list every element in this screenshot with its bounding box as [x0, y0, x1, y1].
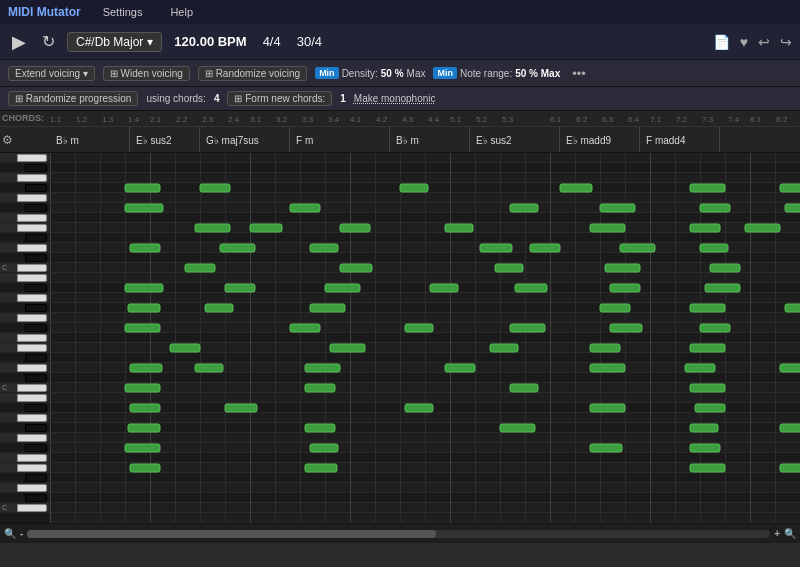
- piano-key-5[interactable]: [0, 203, 49, 213]
- piano-key-26[interactable]: [0, 413, 49, 423]
- scroll-track[interactable]: [27, 530, 770, 538]
- using-chords-value[interactable]: 4: [214, 93, 220, 104]
- note-range-control: Min Note range: 50 % Max: [433, 67, 560, 79]
- density-min-tag: Min: [315, 67, 339, 79]
- piano-key-14[interactable]: [0, 293, 49, 303]
- piano-key-8[interactable]: [0, 233, 49, 243]
- chord-region-2: G♭ maj7sus: [200, 127, 290, 153]
- piano-key-17[interactable]: [0, 323, 49, 333]
- widen-voicing-btn[interactable]: ⊞ Widen voicing: [103, 66, 190, 81]
- piano-key-30[interactable]: [0, 453, 49, 463]
- piano-key-25[interactable]: [0, 403, 49, 413]
- loop-button[interactable]: ↻: [38, 32, 59, 51]
- piano-key-20[interactable]: [0, 353, 49, 363]
- using-chords-label: using chords:: [146, 93, 205, 104]
- play-button[interactable]: ▶: [8, 31, 30, 53]
- piano-key-13[interactable]: [0, 283, 49, 293]
- chord-region-6: E♭ madd9: [560, 127, 640, 153]
- make-mono-label[interactable]: Make monophonic: [354, 93, 436, 104]
- piano-key-11[interactable]: C: [0, 263, 49, 273]
- menu-help[interactable]: Help: [164, 4, 199, 20]
- piano-key-4[interactable]: [0, 193, 49, 203]
- piano-key-33[interactable]: [0, 483, 49, 493]
- options-bar-2: ⊞ Randomize progression using chords: 4 …: [0, 87, 800, 111]
- undo-icon[interactable]: ↩: [758, 34, 770, 50]
- piano-key-24[interactable]: [0, 393, 49, 403]
- redo-icon[interactable]: ↪: [780, 34, 792, 50]
- app-name: MIDI Mutator: [8, 5, 81, 19]
- chord-strip: CHORDS: 1.1 1.2 1.3 1.4 2.1 2.2 2.3 2.4 …: [0, 111, 800, 153]
- chord-region-3: F m: [290, 127, 390, 153]
- zoom-in-plus[interactable]: +: [774, 528, 780, 539]
- chord-region-0: B♭ m: [50, 127, 130, 153]
- piano-key-6[interactable]: [0, 213, 49, 223]
- scroll-thumb[interactable]: [27, 530, 436, 538]
- piano-key-16[interactable]: [0, 313, 49, 323]
- chord-region-4: B♭ m: [390, 127, 470, 153]
- density-label: Density:: [342, 68, 378, 79]
- density-max-label: Max: [407, 68, 426, 79]
- zoom-out-icon[interactable]: 🔍: [4, 528, 16, 539]
- piano-key-28[interactable]: [0, 433, 49, 443]
- time-signature[interactable]: 4/4: [259, 34, 285, 49]
- chord-region-5: E♭ sus2: [470, 127, 560, 153]
- form-new-chords-btn[interactable]: ⊞ Form new chords:: [227, 91, 332, 106]
- chord-region-7: F madd4: [640, 127, 720, 153]
- piano-key-15[interactable]: [0, 303, 49, 313]
- piano-key-22[interactable]: [0, 373, 49, 383]
- piano-key-34[interactable]: [0, 493, 49, 503]
- position-display: 30/4: [293, 34, 326, 49]
- piano-key-27[interactable]: [0, 423, 49, 433]
- piano-roll-grid[interactable]: [50, 153, 800, 523]
- more-options-btn[interactable]: •••: [572, 66, 586, 81]
- piano-key-18[interactable]: [0, 333, 49, 343]
- piano-key-19[interactable]: [0, 343, 49, 353]
- piano-key-0[interactable]: [0, 153, 49, 163]
- form-new-value[interactable]: 1: [340, 93, 346, 104]
- piano-key-2[interactable]: [0, 173, 49, 183]
- randomize-voicing-btn[interactable]: ⊞ Randomize voicing: [198, 66, 307, 81]
- options-bar: Extend voicing ▾ ⊞ Widen voicing ⊞ Rando…: [0, 60, 800, 87]
- note-range-min-tag: Min: [433, 67, 457, 79]
- scrollbar: 🔍 - + 🔍: [0, 523, 800, 543]
- piano-key-23[interactable]: C: [0, 383, 49, 393]
- zoom-out-minus[interactable]: -: [20, 528, 23, 539]
- key-selector[interactable]: C#/Db Major ▾: [67, 32, 162, 52]
- titlebar: MIDI Mutator Settings Help: [0, 0, 800, 24]
- chord-region-1: E♭ sus2: [130, 127, 200, 153]
- heart-icon[interactable]: ♥: [740, 34, 748, 50]
- piano-key-12[interactable]: [0, 273, 49, 283]
- piano-key-31[interactable]: [0, 463, 49, 473]
- settings-gear[interactable]: ⚙: [2, 133, 13, 147]
- density-value[interactable]: 50 %: [381, 68, 404, 79]
- chords-label: CHORDS:: [2, 113, 44, 123]
- piano-keys: CCC: [0, 153, 50, 523]
- bpm-display[interactable]: 120.00 BPM: [170, 34, 250, 49]
- piano-key-7[interactable]: [0, 223, 49, 233]
- piano-key-10[interactable]: [0, 253, 49, 263]
- piano-key-29[interactable]: [0, 443, 49, 453]
- menu-settings[interactable]: Settings: [97, 4, 149, 20]
- piano-key-21[interactable]: [0, 363, 49, 373]
- transport-bar: ▶ ↻ C#/Db Major ▾ 120.00 BPM 4/4 30/4 📄 …: [0, 24, 800, 60]
- piano-key-9[interactable]: [0, 243, 49, 253]
- note-range-value[interactable]: 50 % Max: [515, 68, 560, 79]
- zoom-in-icon[interactable]: 🔍: [784, 528, 796, 539]
- piano-key-35[interactable]: C: [0, 503, 49, 513]
- piano-key-32[interactable]: [0, 473, 49, 483]
- note-range-label: Note range:: [460, 68, 512, 79]
- density-control: Min Density: 50 % Max: [315, 67, 425, 79]
- piano-key-3[interactable]: [0, 183, 49, 193]
- randomize-progression-btn[interactable]: ⊞ Randomize progression: [8, 91, 138, 106]
- piano-key-1[interactable]: [0, 163, 49, 173]
- extend-voicing-btn[interactable]: Extend voicing ▾: [8, 66, 95, 81]
- file-icon[interactable]: 📄: [713, 34, 730, 50]
